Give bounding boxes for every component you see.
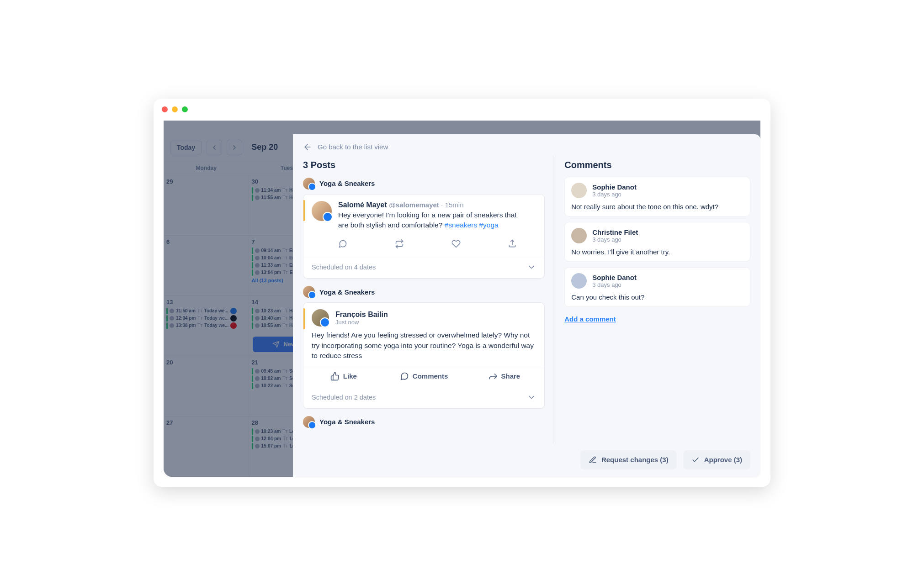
author-avatar xyxy=(312,309,329,327)
request-changes-button[interactable]: Request changes (3) xyxy=(580,450,677,469)
scheduled-row[interactable]: Scheduled on 2 dates xyxy=(303,386,544,408)
post-card: François Bailin Just now Hey friends! Ar… xyxy=(303,302,545,408)
posts-column: 3 Posts Yoga & Sneakers Salomé Mayet @sa… xyxy=(303,156,553,443)
add-comment-link[interactable]: Add a comment xyxy=(564,315,616,323)
reply-button[interactable] xyxy=(338,239,347,250)
like-button[interactable]: Like xyxy=(303,366,384,386)
share-button[interactable] xyxy=(508,239,517,250)
comment-author: Sophie Danot xyxy=(592,274,637,281)
post-actions xyxy=(303,237,544,256)
heart-icon xyxy=(451,239,461,248)
post-separator: · xyxy=(441,201,445,209)
posts-heading: 3 Posts xyxy=(303,160,545,170)
post-handle: @salomemayet xyxy=(389,201,439,209)
comment-card: Sophie Danot 3 days ago Not really sure … xyxy=(564,177,750,216)
panel-footer: Request changes (3) Approve (3) xyxy=(293,443,760,477)
scheduled-row[interactable]: Scheduled on 4 dates xyxy=(303,256,544,278)
comment-card: Christine Filet 3 days ago No worries. I… xyxy=(564,222,750,262)
comment-avatar xyxy=(571,273,587,289)
review-panel: Go back to the list view 3 Posts Yoga & … xyxy=(293,134,760,477)
comment-time: 3 days ago xyxy=(592,281,637,288)
window-titlebar xyxy=(154,99,770,121)
retweet-icon xyxy=(395,239,404,248)
post-text: Hey friends! Are you feeling stressed or… xyxy=(303,329,544,365)
comment-icon xyxy=(400,372,409,381)
post-time: 15min xyxy=(445,201,464,209)
comment-time: 3 days ago xyxy=(592,191,637,198)
post-author: François Bailin xyxy=(335,311,388,319)
window-close-button[interactable] xyxy=(162,106,168,112)
thumbs-up-icon xyxy=(330,372,340,381)
comment-text: No worries. I'll give it another try. xyxy=(571,248,743,256)
check-icon xyxy=(691,456,700,464)
brand-avatar xyxy=(303,178,315,190)
brand-name: Yoga & Sneakers xyxy=(319,179,375,187)
retweet-button[interactable] xyxy=(395,239,404,250)
post-card: Salomé Mayet @salomemayet · 15min Hey ev… xyxy=(303,194,545,279)
brand-name: Yoga & Sneakers xyxy=(319,418,375,426)
back-link[interactable]: Go back to the list view xyxy=(293,134,760,156)
pencil-icon xyxy=(589,456,597,464)
window-minimize-button[interactable] xyxy=(172,106,178,112)
brand-row: Yoga & Sneakers xyxy=(303,178,545,190)
app-window: Today Sep 20 GMT Monday Tuesday Wednesda… xyxy=(154,99,770,487)
comment-author: Christine Filet xyxy=(592,228,638,236)
reply-icon xyxy=(338,239,347,248)
hashtag[interactable]: #yoga xyxy=(479,221,498,229)
brand-row: Yoga & Sneakers xyxy=(303,416,545,428)
brand-name: Yoga & Sneakers xyxy=(319,288,375,296)
comment-avatar xyxy=(571,183,587,198)
post-author: Salomé Mayet xyxy=(338,201,387,209)
share-icon xyxy=(489,372,498,381)
brand-avatar xyxy=(303,416,315,428)
brand-avatar xyxy=(303,286,315,298)
window-zoom-button[interactable] xyxy=(182,106,188,112)
post-actions: Like Comments Share xyxy=(303,366,544,386)
like-button[interactable] xyxy=(451,239,461,250)
comment-time: 3 days ago xyxy=(592,236,638,243)
comment-text: Can you check this out? xyxy=(571,293,743,301)
author-avatar xyxy=(312,201,332,221)
chevron-down-icon xyxy=(527,263,536,272)
comment-author: Sophie Danot xyxy=(592,183,637,191)
back-link-label: Go back to the list view xyxy=(318,143,388,151)
comment-avatar xyxy=(571,228,587,243)
app-content: Today Sep 20 GMT Monday Tuesday Wednesda… xyxy=(154,121,770,487)
scheduled-label: Scheduled on 2 dates xyxy=(312,394,376,401)
hashtag[interactable]: #sneakers xyxy=(445,221,478,229)
comment-card: Sophie Danot 3 days ago Can you check th… xyxy=(564,267,750,307)
comment-text: Not really sure about the tone on this o… xyxy=(571,203,743,211)
approve-button[interactable]: Approve (3) xyxy=(683,450,750,469)
arrow-left-icon xyxy=(303,142,312,152)
upload-icon xyxy=(508,239,517,248)
share-button[interactable]: Share xyxy=(464,366,545,386)
post-time: Just now xyxy=(335,319,388,326)
brand-row: Yoga & Sneakers xyxy=(303,286,545,298)
comments-column: Comments Sophie Danot 3 days ago Not rea… xyxy=(553,156,750,443)
scheduled-label: Scheduled on 4 dates xyxy=(312,264,376,271)
comments-heading: Comments xyxy=(564,160,750,170)
comments-button[interactable]: Comments xyxy=(384,366,464,386)
chevron-down-icon xyxy=(527,393,536,402)
